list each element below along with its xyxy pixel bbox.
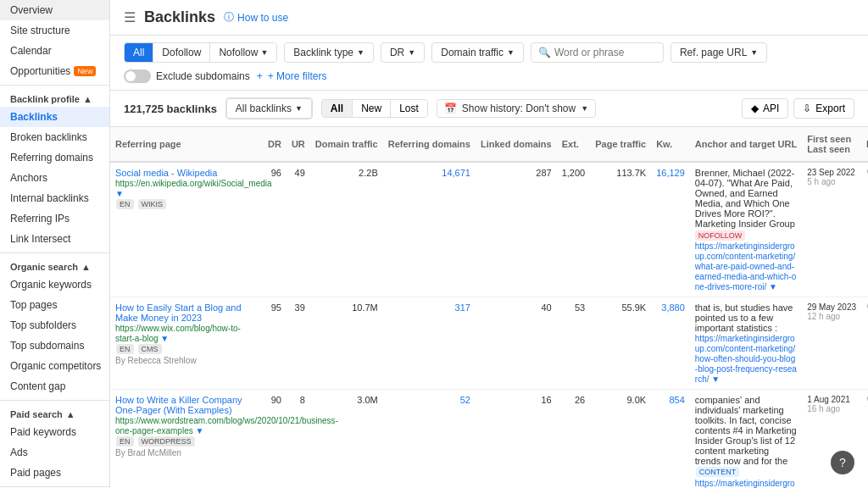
backlinks-tab-group: All backlinks ▼ bbox=[225, 97, 313, 119]
referring-domains-cell: 52 bbox=[383, 390, 476, 489]
referring-domains-link[interactable]: 317 bbox=[455, 302, 470, 313]
more-filters-btn[interactable]: + + More filters bbox=[257, 70, 327, 82]
sidebar-item-backlinks[interactable]: Backlinks bbox=[0, 107, 109, 127]
dr-btn[interactable]: DR ▼ bbox=[381, 42, 425, 63]
all-filter-btn[interactable]: All bbox=[125, 43, 153, 62]
first-seen-cell: 29 May 202312 h ago bbox=[802, 297, 861, 390]
sidebar-item-broken-backlinks[interactable]: Broken backlinks bbox=[0, 127, 109, 147]
sidebar-item-internal-backlinks[interactable]: Internal backlinks bbox=[0, 188, 109, 208]
api-btn[interactable]: ◆ API bbox=[742, 98, 788, 119]
referring-domains-link[interactable]: 14,671 bbox=[442, 168, 470, 178]
tag-cms: CMS bbox=[138, 344, 162, 354]
backlink-profile-header: Backlink profile ▲ bbox=[0, 89, 109, 107]
sidebar-item-referring-ips[interactable]: Referring IPs bbox=[0, 208, 109, 229]
col-dr[interactable]: DR bbox=[263, 127, 287, 162]
show-history-btn[interactable]: 📅 Show history: Don't show ▼ bbox=[437, 99, 596, 118]
sidebar-item-ads[interactable]: Ads bbox=[0, 442, 109, 463]
referring-page-title-link[interactable]: How to Easily Start a Blog and Make Mone… bbox=[115, 302, 242, 323]
col-referring-domains[interactable]: Referring domains bbox=[383, 127, 476, 162]
export-btn[interactable]: ⇩ Export bbox=[793, 98, 854, 119]
calendar-icon: 📅 bbox=[444, 103, 457, 114]
first-seen-cell: 1 Aug 202116 h ago bbox=[802, 390, 861, 489]
sidebar-item-top-subfolders[interactable]: Top subfolders bbox=[0, 315, 109, 336]
nofollow-filter-btn[interactable]: Nofollow ▼ bbox=[210, 43, 276, 62]
backlinks-table: Referring page DR UR Domain traffic Refe… bbox=[110, 127, 868, 488]
page-traffic-cell: 113.7K bbox=[590, 162, 651, 297]
sidebar-item-top-pages[interactable]: Top pages bbox=[0, 295, 109, 315]
dofollow-filter-btn[interactable]: Dofollow bbox=[153, 43, 210, 62]
expand-arrow: ▼ bbox=[115, 189, 124, 198]
target-url-link[interactable]: https://marketinginsidergroup.com/conten… bbox=[695, 334, 797, 384]
page-traffic-cell: 9.0K bbox=[590, 390, 651, 489]
first-seen-cell: 23 Sep 20225 h ago bbox=[802, 162, 861, 297]
referring-page-title-link[interactable]: Social media - Wikipedia bbox=[115, 168, 217, 178]
expand-arrow-2: ▼ bbox=[711, 374, 720, 384]
referring-page-cell: Social media - Wikipedia https://en.wiki… bbox=[110, 162, 263, 297]
menu-icon[interactable]: ☰ bbox=[124, 9, 136, 25]
referring-page-url-link[interactable]: https://en.wikipedia.org/wiki/Social_med… bbox=[115, 179, 272, 198]
anchor-cell: companies' and individuals' marketing to… bbox=[690, 390, 802, 489]
target-url-link[interactable]: https://marketinginsidergroup.com/conten… bbox=[695, 241, 797, 291]
exclude-subdomain-label: Exclude subdomains bbox=[156, 70, 250, 82]
sidebar-item-anchors[interactable]: Anchors bbox=[0, 168, 109, 188]
api-export-wrap: ◆ API ⇩ Export bbox=[742, 98, 854, 119]
tag-wordpress: WORDPRESS bbox=[138, 436, 195, 446]
help-button[interactable]: ? bbox=[831, 451, 854, 474]
divider-4 bbox=[0, 486, 109, 487]
sidebar-item-content-gap[interactable]: Content gap bbox=[0, 376, 109, 396]
table-row: How to Easily Start a Blog and Make Mone… bbox=[110, 297, 868, 390]
chevron-backlink-icon: ▼ bbox=[357, 48, 364, 57]
plus-icon: + bbox=[257, 70, 263, 82]
sidebar-item-organic-keywords[interactable]: Organic keywords bbox=[0, 274, 109, 295]
sidebar-item-opportunities[interactable]: Opportunities New bbox=[0, 61, 109, 81]
backlink-type-btn[interactable]: Backlink type ▼ bbox=[284, 42, 374, 63]
chevron-dr-icon: ▼ bbox=[408, 48, 415, 57]
sidebar-item-site-structure[interactable]: Site structure bbox=[0, 20, 109, 41]
exclude-subdomain-wrap: Exclude subdomains bbox=[124, 69, 250, 83]
target-url-link[interactable]: https://marketinginsidergroup.com/conten… bbox=[695, 479, 795, 488]
sidebar-item-paid-pages[interactable]: Paid pages bbox=[0, 463, 109, 483]
expand-arrow-2: ▼ bbox=[769, 282, 777, 291]
sidebar-item-organic-competitors[interactable]: Organic competitors bbox=[0, 356, 109, 376]
referring-page-url-link[interactable]: https://www.wix.com/blog/how-to-start-a-… bbox=[115, 324, 241, 343]
anchor-text: that is, but studies have pointed us to … bbox=[695, 302, 793, 333]
col-page-traffic[interactable]: Page traffic bbox=[590, 127, 651, 162]
col-first-seen[interactable]: First seenLast seen bbox=[802, 127, 861, 162]
search-input[interactable] bbox=[554, 47, 656, 58]
tab-all-btn[interactable]: All bbox=[322, 100, 353, 117]
sidebar-item-referring-domains[interactable]: Referring domains bbox=[0, 147, 109, 168]
follow-filter-group: All Dofollow Nofollow ▼ bbox=[124, 42, 277, 63]
how-to-link[interactable]: ⓘ How to use bbox=[224, 10, 288, 25]
sidebar-item-calendar[interactable]: Calendar bbox=[0, 41, 109, 61]
ur-cell: 8 bbox=[287, 390, 310, 489]
kw-cell: 3,880 bbox=[651, 297, 690, 390]
tab-new-btn[interactable]: New bbox=[353, 100, 391, 117]
all-backlinks-btn[interactable]: All backlinks ▼ bbox=[226, 98, 312, 119]
tag-wikis: WIKIS bbox=[138, 199, 167, 209]
chevron-nofollow-icon: ▼ bbox=[260, 48, 268, 57]
col-ur[interactable]: UR bbox=[287, 127, 310, 162]
domain-traffic-btn[interactable]: Domain traffic ▼ bbox=[431, 42, 524, 63]
tab-lost-btn[interactable]: Lost bbox=[391, 100, 427, 117]
sidebar-item-overview[interactable]: Overview bbox=[0, 0, 109, 20]
exclude-subdomain-toggle[interactable] bbox=[124, 69, 151, 83]
chevron-rpu-icon: ▼ bbox=[750, 48, 758, 57]
col-domain-traffic[interactable]: Domain traffic bbox=[310, 127, 383, 162]
sidebar-item-top-subdomains[interactable]: Top subdomains bbox=[0, 336, 109, 356]
col-linked-domains[interactable]: Linked domains bbox=[476, 127, 557, 162]
anchor-text: companies' and individuals' marketing to… bbox=[695, 395, 797, 466]
col-ext[interactable]: Ext. bbox=[557, 127, 591, 162]
page-traffic-cell: 55.9K bbox=[590, 297, 651, 390]
backlinks-table-wrap: Referring page DR UR Domain traffic Refe… bbox=[110, 127, 868, 488]
filter-bar: All Dofollow Nofollow ▼ Backlink type ▼ … bbox=[110, 36, 868, 91]
ref-page-url-btn[interactable]: Ref. page URL ▼ bbox=[670, 42, 767, 63]
chevron-down-icon-3: ▲ bbox=[66, 409, 75, 419]
col-kw[interactable]: Kw. bbox=[651, 127, 690, 162]
sidebar-item-paid-keywords[interactable]: Paid keywords bbox=[0, 422, 109, 442]
referring-page-title-link[interactable]: How to Write a Killer Company One-Pager … bbox=[115, 395, 242, 415]
sidebar-item-link-intersect[interactable]: Link Intersect bbox=[0, 229, 109, 249]
anchor-text: Brenner, Michael (2022-04-07). "What Are… bbox=[695, 168, 795, 229]
referring-domains-link[interactable]: 52 bbox=[460, 395, 470, 405]
last-seen: 16 h ago bbox=[807, 404, 840, 413]
divider-2 bbox=[0, 252, 109, 253]
